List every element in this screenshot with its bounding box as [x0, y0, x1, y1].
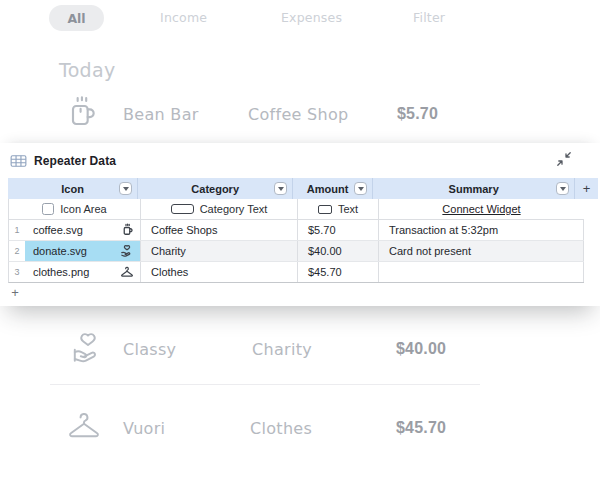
cell-icon-file[interactable]: coffee.svg — [25, 220, 141, 240]
section-heading-today: Today — [59, 59, 115, 81]
column-header-icon[interactable]: Icon — [8, 178, 138, 199]
row-number: 3 — [9, 262, 25, 282]
list-divider — [50, 384, 480, 385]
transaction-amount: $5.70 — [397, 105, 438, 123]
cell-text: donate.svg — [33, 245, 87, 257]
cell-amount[interactable]: $40.00 — [298, 241, 379, 261]
transaction-category: Coffee Shop — [248, 105, 349, 124]
cell-category[interactable]: Clothes — [141, 262, 298, 282]
binding-icon-area[interactable]: Icon Area — [9, 199, 141, 219]
cell-text: coffee.svg — [33, 224, 83, 236]
table-row: 1 coffee.svg Coffee Shops $5.70 Transact… — [8, 220, 584, 241]
column-header-amount[interactable]: Amount — [293, 178, 373, 199]
row-number: 2 — [9, 241, 25, 261]
panel-title: Repeater Data — [34, 154, 116, 168]
transaction-category: Clothes — [250, 419, 312, 438]
text-widget-icon — [171, 204, 194, 214]
binding-summary: Connect Widget — [379, 199, 584, 219]
chevron-down-icon — [560, 187, 566, 191]
connect-widget-link[interactable]: Connect Widget — [442, 203, 520, 215]
cell-summary[interactable]: Card not present — [379, 241, 584, 261]
binding-category-text[interactable]: Category Text — [141, 199, 298, 219]
tab-filter[interactable]: Filter — [413, 5, 445, 31]
cell-summary[interactable]: Transaction at 5:32pm — [379, 220, 584, 240]
binding-label: Icon Area — [60, 203, 106, 215]
add-row-button[interactable]: + — [8, 285, 22, 299]
binding-row: Icon Area Category Text Text Connect Wid… — [8, 199, 584, 220]
cell-text: clothes.png — [33, 266, 89, 278]
column-header-summary[interactable]: Summary — [373, 178, 575, 199]
hand-heart-icon — [70, 329, 106, 367]
app-screen: All Income Expenses Filter Today Bean Ba… — [0, 0, 600, 485]
coffee-mug-icon — [122, 223, 134, 238]
cell-icon-file[interactable]: clothes.png — [25, 262, 141, 282]
chevron-down-icon — [278, 187, 284, 191]
add-column-button[interactable]: + — [575, 178, 598, 199]
tab-income[interactable]: Income — [160, 5, 207, 31]
text-widget-icon — [318, 205, 332, 214]
transaction-row-classy[interactable]: Classy Charity $40.00 — [0, 327, 600, 375]
repeater-data-panel: Repeater Data Icon Category Amount — [0, 143, 600, 306]
tab-all[interactable]: All — [49, 5, 104, 31]
column-header-category[interactable]: Category — [138, 178, 293, 199]
transaction-row-vuori[interactable]: Vuori Clothes $45.70 — [0, 406, 600, 454]
transaction-name: Bean Bar — [123, 105, 199, 124]
hanger-icon — [66, 410, 102, 444]
transaction-name: Vuori — [123, 419, 165, 438]
chevron-down-icon — [358, 187, 364, 191]
column-menu-icon[interactable] — [274, 182, 287, 195]
table-header-row: Icon Category Amount Summary + — [8, 178, 598, 199]
tab-expenses[interactable]: Expenses — [281, 5, 342, 31]
hanger-icon — [120, 266, 134, 279]
column-header-label: Icon — [61, 183, 84, 195]
transaction-name: Classy — [123, 340, 176, 359]
cell-amount[interactable]: $45.70 — [298, 262, 379, 282]
binding-amount-text[interactable]: Text — [298, 199, 379, 219]
table-row: 3 clothes.png Clothes $45.70 — [8, 262, 584, 283]
cell-amount[interactable]: $5.70 — [298, 220, 379, 240]
binding-label: Category Text — [200, 203, 268, 215]
panel-titlebar: Repeater Data — [10, 152, 116, 170]
filter-tabbar: All Income Expenses Filter — [0, 5, 600, 31]
cell-summary[interactable] — [379, 262, 584, 282]
checkbox-icon[interactable] — [42, 203, 54, 215]
column-menu-icon[interactable] — [119, 182, 132, 195]
transaction-category: Charity — [252, 340, 312, 359]
transaction-amount: $40.00 — [396, 340, 446, 358]
column-header-label: Category — [191, 183, 239, 195]
row-number: 1 — [9, 220, 25, 240]
coffee-mug-icon — [67, 94, 99, 134]
column-header-label: Amount — [307, 183, 349, 195]
transaction-row-bean-bar[interactable]: Bean Bar Coffee Shop $5.70 — [0, 92, 600, 140]
collapse-panel-icon[interactable] — [556, 151, 572, 167]
hand-heart-icon — [120, 244, 134, 258]
cell-category[interactable]: Coffee Shops — [141, 220, 298, 240]
cell-category[interactable]: Charity — [141, 241, 298, 261]
cell-icon-file-selected[interactable]: donate.svg — [25, 241, 141, 261]
column-menu-icon[interactable] — [354, 182, 367, 195]
table-row: 2 donate.svg Charity $40.00 Card not pre… — [8, 241, 584, 262]
chevron-down-icon — [123, 187, 129, 191]
repeater-table: Icon Category Amount Summary + — [8, 178, 598, 283]
binding-label: Text — [338, 203, 358, 215]
column-header-label: Summary — [449, 183, 499, 195]
table-grid-icon — [10, 153, 27, 169]
transaction-amount: $45.70 — [396, 419, 446, 437]
column-menu-icon[interactable] — [556, 182, 569, 195]
